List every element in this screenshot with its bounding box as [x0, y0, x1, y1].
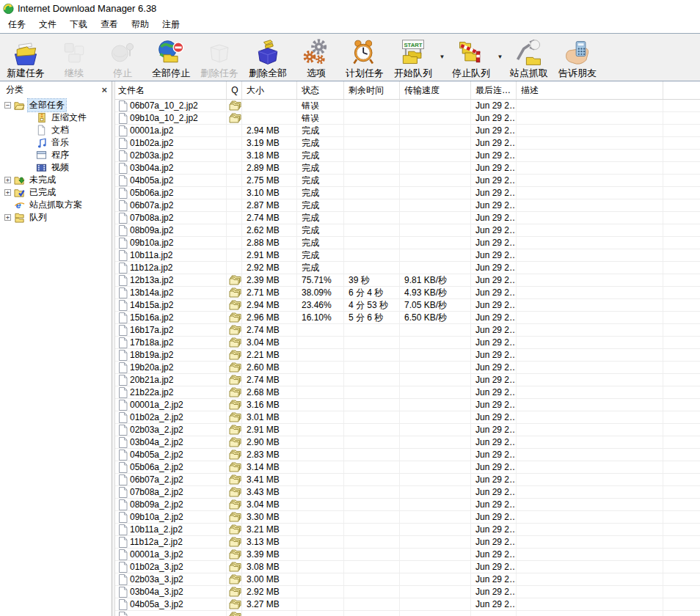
table-row[interactable]: 01b02a.jp2 3.19 MB 完成 Jun 29 2…	[115, 137, 700, 150]
table-row[interactable]: 16b17a.jp2 2.74 MB Jun 29 2…	[115, 324, 700, 337]
table-row[interactable]: 02b03a.jp2 3.18 MB 完成 Jun 29 2…	[115, 150, 700, 162]
table-row[interactable]: 21b22a.jp2 2.68 MB Jun 29 2…	[115, 386, 700, 399]
filename-text: 10b11a.jp2	[130, 250, 173, 260]
menu-item[interactable]: 注册	[156, 16, 186, 33]
table-row[interactable]: 04b05a_3.jp2 3.27 MB Jun 29 2…	[115, 598, 700, 611]
close-icon[interactable]: ×	[101, 87, 107, 94]
table-row[interactable]: 00001a_2.jp2 3.16 MB Jun 29 2…	[115, 399, 700, 411]
table-row[interactable]: 14b15a.jp2 2.94 MB 23.46% 4 分 53 秒 7.05 …	[115, 299, 700, 312]
column-header-transfer-rate[interactable]: 传输速度	[400, 81, 471, 99]
toolbar-button[interactable]: 删除任务	[195, 34, 244, 80]
menu-item[interactable]: 任务	[1, 16, 32, 33]
cell-queue	[227, 399, 242, 411]
toolbar-button[interactable]: 删除全部	[244, 34, 292, 80]
column-header-size[interactable]: 大小	[242, 81, 297, 99]
table-row[interactable]: 15b16a.jp2 2.96 MB 16.10% 5 分 6 秒 6.50 K…	[115, 312, 700, 324]
cell-transfer-rate	[400, 112, 471, 124]
table-row[interactable]: 02b03a_3.jp2 3.00 MB Jun 29 2…	[115, 573, 700, 586]
table-row[interactable]: 08b09a.jp2 2.62 MB 完成 Jun 29 2…	[115, 224, 700, 237]
cell-last-try: Jun 29 2…	[471, 137, 517, 149]
file-icon	[118, 138, 128, 149]
table-row[interactable]: 11b12a.jp2 2.92 MB 完成 Jun 29 2…	[115, 262, 700, 274]
table-row[interactable]: 08b09a_2.jp2 3.04 MB Jun 29 2…	[115, 499, 700, 511]
table-row[interactable]: 10b11a.jp2 2.91 MB 完成 Jun 29 2…	[115, 249, 700, 262]
toolbar-button-label: 删除全部	[249, 67, 287, 78]
table-row[interactable]: 03b04a_3.jp2 2.92 MB Jun 29 2…	[115, 586, 700, 598]
cell-filler	[663, 449, 700, 461]
table-row[interactable]: 06b07a_2.jp2 3.41 MB Jun 29 2…	[115, 474, 700, 486]
tree-item[interactable]: + 队列	[0, 211, 112, 224]
tree-expander-icon[interactable]: +	[4, 189, 11, 196]
tree-item[interactable]: + 未完成	[0, 174, 112, 186]
tree-item[interactable]: 文档	[0, 124, 112, 136]
table-row[interactable]: 10b11a_2.jp2 3.21 MB Jun 29 2…	[115, 524, 700, 536]
table-row[interactable]: 06b07a_10_2.jp2 错误 Jun 29 2…	[115, 100, 700, 112]
menu-item-label: 帮助	[131, 19, 149, 29]
column-header-status[interactable]: 状态	[297, 81, 344, 99]
tree-expander-icon[interactable]: −	[4, 102, 11, 109]
toolbar-button[interactable]: 停止队列	[447, 34, 495, 80]
tree-item[interactable]: 站点抓取方案	[0, 199, 112, 211]
table-row[interactable]	[115, 611, 700, 616]
cell-status: 完成	[297, 224, 344, 236]
table-row[interactable]: 06b07a.jp2 2.87 MB 完成 Jun 29 2…	[115, 199, 700, 212]
table-row[interactable]: 05b06a.jp2 3.10 MB 完成 Jun 29 2…	[115, 187, 700, 199]
table-row[interactable]: 07b08a.jp2 2.74 MB 完成 Jun 29 2…	[115, 212, 700, 224]
cell-time-left	[344, 561, 400, 573]
chevron-down-icon[interactable]: ▼	[495, 34, 505, 80]
menu-item[interactable]: 下载	[63, 16, 94, 33]
table-row[interactable]: 02b03a_2.jp2 2.91 MB Jun 29 2…	[115, 424, 700, 436]
tree-item[interactable]: − 全部任务	[0, 99, 112, 111]
table-row[interactable]: 17b18a.jp2 3.04 MB Jun 29 2…	[115, 337, 700, 349]
toolbar-button[interactable]: 选项	[292, 34, 340, 80]
tree-item[interactable]: + 已完成	[0, 186, 112, 199]
table-row[interactable]: 20b21a.jp2 2.74 MB Jun 29 2…	[115, 374, 700, 386]
cell-size: 3.43 MB	[242, 486, 297, 498]
table-row[interactable]: 05b06a_2.jp2 3.14 MB Jun 29 2…	[115, 461, 700, 474]
column-header-description[interactable]: 描述	[517, 81, 663, 99]
column-header-queue[interactable]: Q	[227, 81, 242, 99]
cell-transfer-rate	[400, 337, 471, 348]
table-row[interactable]: 11b12a_2.jp2 3.13 MB Jun 29 2…	[115, 536, 700, 549]
toolbar-button[interactable]: 计划任务	[340, 34, 389, 80]
table-row[interactable]: 18b19a.jp2 2.21 MB Jun 29 2…	[115, 349, 700, 362]
queue-folder-icon	[229, 574, 241, 584]
tree-item[interactable]: 压缩文件	[0, 111, 112, 124]
menu-item[interactable]: 查看	[94, 16, 125, 33]
table-row[interactable]: 01b02a_3.jp2 3.08 MB Jun 29 2…	[115, 561, 700, 573]
tree-expander-icon[interactable]: +	[4, 177, 11, 183]
column-header-time-left[interactable]: 剩余时间	[344, 81, 400, 99]
tree-item[interactable]: 音乐	[0, 136, 112, 149]
column-header-filename[interactable]: 文件名	[115, 81, 227, 99]
toolbar-button[interactable]: 继续	[50, 34, 98, 80]
table-row[interactable]: 01b02a_2.jp2 3.01 MB Jun 29 2…	[115, 411, 700, 424]
tree-expander-icon[interactable]: +	[4, 214, 11, 221]
chevron-down-icon[interactable]: ▼	[437, 34, 447, 80]
table-row[interactable]: 13b14a.jp2 2.71 MB 38.09% 6 分 4 秒 4.93 K…	[115, 287, 700, 299]
table-row[interactable]: 19b20a.jp2 2.60 MB Jun 29 2…	[115, 362, 700, 374]
toolbar-button[interactable]: 告诉朋友	[553, 34, 602, 80]
table-row[interactable]: 04b05a.jp2 2.75 MB 完成 Jun 29 2…	[115, 175, 700, 187]
menu-item[interactable]: 文件	[32, 16, 63, 33]
menu-item[interactable]: 帮助	[125, 16, 156, 33]
cell-last-try: Jun 29 2…	[471, 349, 517, 361]
table-row[interactable]: 12b13a.jp2 2.39 MB 75.71% 39 秒 9.81 KB/秒…	[115, 274, 700, 287]
table-row[interactable]: 07b08a_2.jp2 3.43 MB Jun 29 2…	[115, 486, 700, 499]
toolbar-button[interactable]: 站点抓取	[505, 34, 553, 80]
table-row[interactable]: 03b04a_2.jp2 2.90 MB Jun 29 2…	[115, 436, 700, 449]
tree-item[interactable]: 程序	[0, 149, 112, 161]
toolbar-button[interactable]: 全部停止	[147, 34, 195, 80]
column-header-last-try[interactable]: 最后连…	[471, 81, 517, 99]
tree-item[interactable]: 视频	[0, 161, 112, 174]
table-row[interactable]: 09b10a_2.jp2 3.30 MB Jun 29 2…	[115, 511, 700, 524]
table-row[interactable]: 09b10a_10_2.jp2 错误 Jun 29 2…	[115, 112, 700, 125]
cell-filename: 10b11a_2.jp2	[115, 524, 227, 535]
table-row[interactable]: 03b04a.jp2 2.89 MB 完成 Jun 29 2…	[115, 162, 700, 175]
table-row[interactable]: 00001a.jp2 2.94 MB 完成 Jun 29 2…	[115, 125, 700, 137]
table-row[interactable]: 09b10a.jp2 2.88 MB 完成 Jun 29 2…	[115, 237, 700, 249]
table-row[interactable]: 04b05a_2.jp2 2.83 MB Jun 29 2…	[115, 449, 700, 461]
toolbar-button[interactable]: 停止	[98, 34, 147, 80]
toolbar-button[interactable]: 新建任务	[1, 34, 50, 80]
table-row[interactable]: 00001a_3.jp2 3.39 MB Jun 29 2…	[115, 549, 700, 561]
toolbar-button[interactable]: 开始队列	[389, 34, 437, 80]
